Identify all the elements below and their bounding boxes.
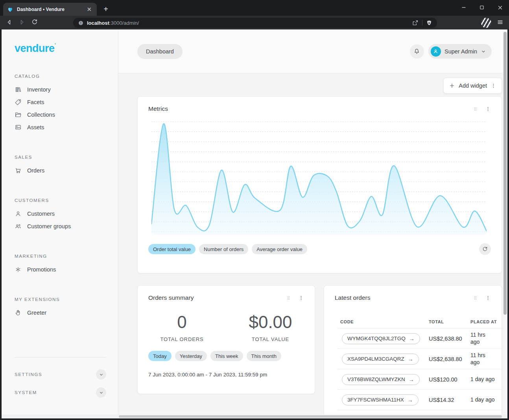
browser-window: Dashboard • Vendure ✕ + localhost:3000/a… [0,0,509,420]
sidebar-item-label: Promotions [27,266,56,273]
sidebar-divider [15,357,106,358]
horizontal-scrollbar[interactable] [2,414,507,418]
scrollbar-thumb[interactable] [503,32,507,315]
notifications-button[interactable] [410,44,424,59]
sidebar: vendure’ CATALOG Inventory Facets Collec… [2,29,118,418]
order-code-link[interactable]: WYMGK4TQQ8JL2TGQ→ [342,333,420,344]
orders-summary-widget: Orders summary 0 TOTAL ORDERS [137,285,315,394]
section-label-system: SYSTEM [15,390,37,395]
total-value-value: $0.00 [249,312,292,332]
tab-close-icon[interactable]: ✕ [85,6,93,13]
sidebar-item-customers[interactable]: Customers [15,207,118,220]
user-menu[interactable]: Super Admin [428,44,492,59]
filter-today[interactable]: Today [148,351,172,361]
profile-avatar[interactable] [481,18,491,28]
sidebar-item-orders[interactable]: Orders [15,164,118,177]
arrow-right-icon: → [409,336,415,342]
order-code-link[interactable]: 3FY7FSCWSHMA11HX→ [342,394,419,405]
sidebar-item-label: Customer groups [27,223,71,229]
tab-average-order-value[interactable]: Average order value [252,244,307,254]
order-placed-at: 11 hrs ago [470,352,491,366]
sidebar-item-assets[interactable]: Assets [15,121,118,134]
section-label-sales: SALES [15,155,118,160]
date-range: 7 Jun 2023, 0:00:00 am - 7 Jun 2023, 11:… [148,372,315,378]
kebab-menu-icon[interactable] [485,106,491,112]
vendure-favicon-icon [7,6,13,13]
table-row: XSA9PD4LM3CGAQRZ→ US$2,638.80 11 hrs ago [337,349,502,369]
info-icon[interactable] [78,20,84,26]
sidebar-item-greeter[interactable]: Greeter [15,306,118,319]
kebab-menu-icon[interactable] [491,83,496,89]
sidebar-item-label: Collections [27,112,55,118]
back-icon[interactable] [6,18,13,28]
filter-yesterday[interactable]: Yesterday [175,351,207,361]
user-avatar [431,46,441,57]
sidebar-item-collections[interactable]: Collections [15,108,118,121]
metrics-area-chart [151,120,487,235]
order-total: US$2,638.80 [429,356,470,362]
new-tab-button[interactable]: + [101,4,111,14]
user-icon [15,210,22,217]
close-button[interactable] [491,0,509,15]
breadcrumb[interactable]: Dashboard [137,44,183,59]
sidebar-item-label: Customers [27,211,55,217]
sidebar-item-customer-groups[interactable]: Customer groups [15,220,118,233]
refresh-button[interactable] [479,243,491,255]
reload-icon[interactable] [31,18,38,27]
order-placed-at: 1 day ago [470,376,495,383]
drag-handle-icon[interactable] [286,295,291,301]
order-total: US$120.00 [429,376,470,383]
tab-strip: Dashboard • Vendure ✕ + [0,0,509,16]
total-orders-label: TOTAL ORDERS [160,336,203,342]
sidebar-section-settings[interactable]: SETTINGS [15,369,106,380]
vertical-scrollbar[interactable] [503,29,507,414]
folder-icon [15,111,22,118]
tag-icon [15,99,22,106]
chevron-down-icon[interactable] [96,369,106,380]
order-total: US$2,638.80 [429,336,470,342]
library-icon [15,86,22,93]
bell-icon [413,48,420,55]
kebab-menu-icon[interactable] [298,295,304,301]
forward-icon[interactable] [18,18,26,28]
filter-this-week[interactable]: This week [210,351,243,361]
vendure-logo[interactable]: vendure’ [15,42,118,55]
widget-title: Orders summary [148,294,194,301]
sidebar-item-inventory[interactable]: Inventory [15,83,118,96]
order-code-link[interactable]: V3T6BW8ZQLWMYZKN→ [342,374,420,385]
tab-number-of-orders[interactable]: Number of orders [199,244,248,254]
minimize-button[interactable] [455,0,473,15]
tab-order-total-value[interactable]: Order total value [148,244,195,254]
filter-this-month[interactable]: This month [247,351,281,361]
menu-icon[interactable] [496,18,504,28]
sidebar-item-promotions[interactable]: Promotions [15,263,118,276]
url-bar[interactable]: localhost:3000/admin/ [73,18,437,28]
drag-handle-icon[interactable] [473,295,478,301]
add-widget-button[interactable]: Add widget [443,78,502,94]
maximize-button[interactable] [473,0,491,15]
sidebar-item-facets[interactable]: Facets [15,96,118,108]
widget-title: Metrics [148,105,168,112]
browser-tab[interactable]: Dashboard • Vendure ✕ [3,3,97,16]
order-code-link[interactable]: XSA9PD4LM3CGAQRZ→ [342,354,419,365]
kebab-menu-icon[interactable] [485,295,491,301]
image-icon [15,124,22,131]
table-row: 3FY7FSCWSHMA11HX→ US$14.32 1 day ago [337,390,502,410]
share-icon[interactable] [412,20,419,26]
order-total: US$14.32 [429,397,470,403]
main-content: Dashboard Super Admin Add w [118,29,507,418]
total-value-label: TOTAL VALUE [252,336,289,342]
metrics-widget: Metrics Order total value Number of orde… [137,96,502,273]
sidebar-section-system[interactable]: SYSTEM [15,387,106,398]
chevron-down-icon[interactable] [96,387,106,398]
column-header-code: CODE [337,319,429,324]
drag-handle-icon[interactable] [473,106,478,112]
scrollbar-thumb[interactable] [119,415,502,418]
sidebar-item-label: Inventory [27,86,51,93]
total-orders-value: 0 [177,312,186,332]
arrow-right-icon: → [408,397,413,403]
brave-shield-icon[interactable] [426,20,432,26]
latest-orders-widget: Latest orders CODE TOTAL PLACED AT [324,285,502,418]
tab-title: Dashboard • Vendure [17,7,82,12]
arrow-right-icon: → [409,376,414,383]
